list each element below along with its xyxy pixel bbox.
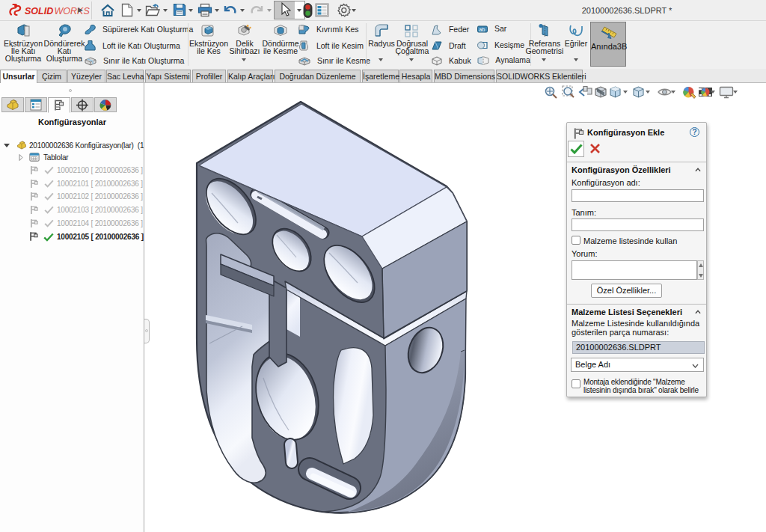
- svg-text:SOLID: SOLID: [25, 6, 53, 16]
- svg-text:WORKS: WORKS: [55, 6, 91, 16]
- svg-text:ab: ab: [479, 26, 485, 33]
